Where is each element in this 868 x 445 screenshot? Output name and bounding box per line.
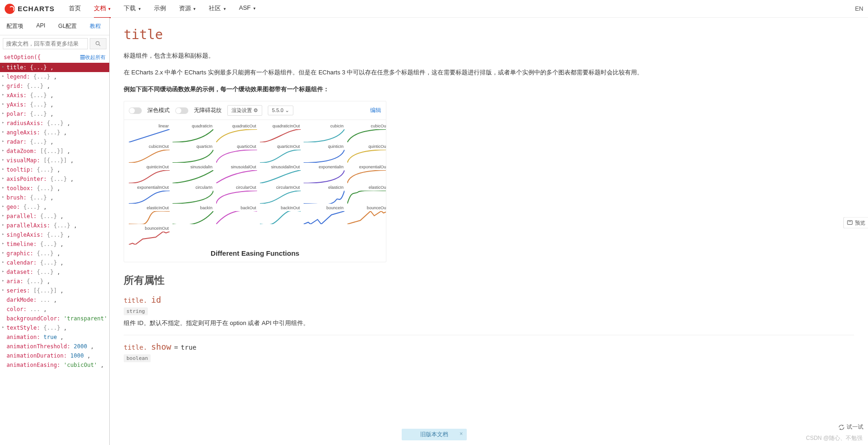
tree-item[interactable]: singleAxis: {...} ,	[0, 230, 109, 239]
language-switch[interactable]: EN	[855, 5, 863, 12]
sidebar-tab[interactable]: GL配置	[52, 18, 83, 35]
sidebar-tab[interactable]: 配置项	[0, 18, 30, 35]
easing-chart: elasticIn	[304, 185, 345, 204]
pattern-toggle[interactable]	[175, 107, 188, 114]
edit-link[interactable]: 编辑	[370, 106, 381, 114]
easing-label: bounceIn	[326, 206, 344, 210]
tree-item[interactable]: grid: {...} ,	[0, 81, 109, 91]
option-tree[interactable]: title: {...} ,legend: {...} ,grid: {...}…	[0, 63, 109, 445]
tree-item[interactable]: xAxis: {...} ,	[0, 91, 109, 100]
easing-chart: quadraticOut	[216, 124, 257, 142]
nav-item[interactable]: 首页	[69, 0, 81, 18]
nav-item[interactable]: ASF ▾	[239, 0, 256, 18]
preview-icon	[847, 219, 853, 226]
logo[interactable]: ECHARTS	[5, 4, 55, 14]
tree-item[interactable]: tooltip: {...} ,	[0, 165, 109, 174]
tree-item[interactable]: axisPointer: {...} ,	[0, 174, 109, 184]
tree-item[interactable]: geo: {...} ,	[0, 202, 109, 212]
version-select[interactable]: 5.5.0 ⌄	[268, 106, 293, 115]
easing-label: cubicInOut	[149, 144, 169, 149]
tree-item[interactable]: parallelAxis: {...} ,	[0, 221, 109, 230]
chevron-down-icon: ▾	[139, 7, 141, 11]
old-doc-banner[interactable]: 旧版本文档 ×	[402, 429, 467, 440]
tree-item[interactable]: aria: {...} ,	[0, 277, 109, 286]
tree-item[interactable]: polar: {...} ,	[0, 109, 109, 119]
logo-icon	[5, 4, 15, 14]
easing-chart: backOut	[216, 206, 257, 224]
tree-item[interactable]: dataset: {...} ,	[0, 267, 109, 277]
nav-item[interactable]: 文档 ▾	[94, 0, 111, 18]
tree-item[interactable]: textStyle: {...} ,	[0, 323, 109, 332]
tree-item[interactable]: angleAxis: {...} ,	[0, 128, 109, 137]
nav-item[interactable]: 下载 ▾	[124, 0, 141, 18]
easing-label: circularIn	[195, 185, 212, 190]
tree-item[interactable]: animationThreshold: 2000 ,	[0, 342, 109, 351]
easing-label: sinusoidalOut	[231, 165, 256, 169]
tree-item[interactable]: darkMode: ... ,	[0, 295, 109, 305]
tree-item[interactable]: title: {...} ,	[0, 63, 109, 72]
tree-item[interactable]: toolbox: {...} ,	[0, 184, 109, 193]
render-settings-button[interactable]: 渲染设置 ⚙	[227, 105, 262, 116]
nav-item[interactable]: 社区 ▾	[209, 0, 226, 18]
tree-item[interactable]: parallel: {...} ,	[0, 212, 109, 221]
property-name: title. id	[124, 295, 854, 305]
easing-label: backIn	[200, 206, 212, 210]
easing-chart: quarticIn	[172, 144, 213, 163]
easing-chart: elasticInOut	[129, 206, 170, 224]
main-nav: 首页文档 ▾下载 ▾示例资源 ▾社区 ▾ASF ▾	[69, 0, 256, 18]
easing-label: quinticOut	[368, 144, 386, 149]
easing-label: quarticInOut	[277, 144, 300, 149]
easing-chart: quarticOut	[216, 144, 257, 163]
tree-item[interactable]: radar: {...} ,	[0, 137, 109, 146]
search-row	[0, 35, 109, 52]
tree-item[interactable]: animationEasing: 'cubicOut' ,	[0, 360, 109, 370]
easing-chart: exponentialIn	[304, 165, 345, 183]
easing-label: cubicIn	[330, 124, 344, 128]
easing-chart: elasticOut	[347, 185, 386, 204]
close-icon[interactable]: ×	[459, 431, 463, 437]
easing-label: elasticInOut	[146, 206, 169, 210]
tree-item[interactable]: timeline: {...} ,	[0, 239, 109, 249]
preview-tab[interactable]: 预览	[843, 217, 868, 228]
tree-item[interactable]: radiusAxis: {...} ,	[0, 119, 109, 128]
nav-item[interactable]: 资源 ▾	[179, 0, 196, 18]
svg-line-1	[99, 45, 100, 46]
nav-item[interactable]: 示例	[154, 0, 166, 18]
intro-p1: 标题组件，包含主标题和副标题。	[124, 51, 854, 61]
pattern-label: 无障碍花纹	[194, 106, 222, 114]
tree-item[interactable]: series: [{...}] ,	[0, 286, 109, 295]
easing-chart: quadraticInOut	[260, 124, 301, 142]
svg-point-0	[96, 41, 99, 45]
easing-chart: cubicInOut	[129, 144, 170, 163]
tree-item[interactable]: visualMap: [{...}] ,	[0, 156, 109, 165]
tree-item[interactable]: animationDuration: 1000 ,	[0, 351, 109, 360]
tree-item[interactable]: yAxis: {...} ,	[0, 100, 109, 109]
svg-rect-2	[848, 220, 853, 224]
tree-item[interactable]: animation: true ,	[0, 332, 109, 342]
easing-label: linear	[159, 124, 169, 128]
easing-label: sinusoidalIn	[190, 165, 212, 169]
collapse-all-button[interactable]: ☰收起所有	[80, 54, 106, 61]
tree-item[interactable]: legend: {...} ,	[0, 72, 109, 81]
tree-item[interactable]: graphic: {...} ,	[0, 249, 109, 258]
tree-item[interactable]: backgroundColor: 'transparent' ,	[0, 314, 109, 323]
search-input[interactable]	[3, 38, 88, 49]
easing-chart: exponentialInOut	[129, 185, 170, 204]
tree-item[interactable]: dataZoom: [{...}] ,	[0, 146, 109, 156]
chevron-down-icon: ▾	[193, 7, 196, 11]
dark-mode-toggle[interactable]	[129, 107, 142, 114]
tree-item[interactable]: brush: {...} ,	[0, 193, 109, 202]
easing-chart: quinticOut	[347, 144, 386, 163]
tree-item[interactable]: color: ... ,	[0, 305, 109, 314]
easing-chart: circularIn	[172, 185, 213, 204]
property-name: title. show=true	[124, 342, 854, 352]
chevron-down-icon: ▾	[108, 7, 111, 11]
tree-item[interactable]: calendar: {...} ,	[0, 258, 109, 267]
easing-label: bounceOut	[367, 206, 386, 210]
easing-chart: sinusoidalOut	[216, 165, 257, 183]
sidebar-tab[interactable]: API	[30, 18, 52, 35]
easing-label: quadraticIn	[192, 124, 212, 128]
try-it-button[interactable]: 试一试	[838, 423, 863, 431]
search-button[interactable]	[90, 38, 106, 49]
sidebar-tab[interactable]: 教程	[83, 18, 107, 35]
